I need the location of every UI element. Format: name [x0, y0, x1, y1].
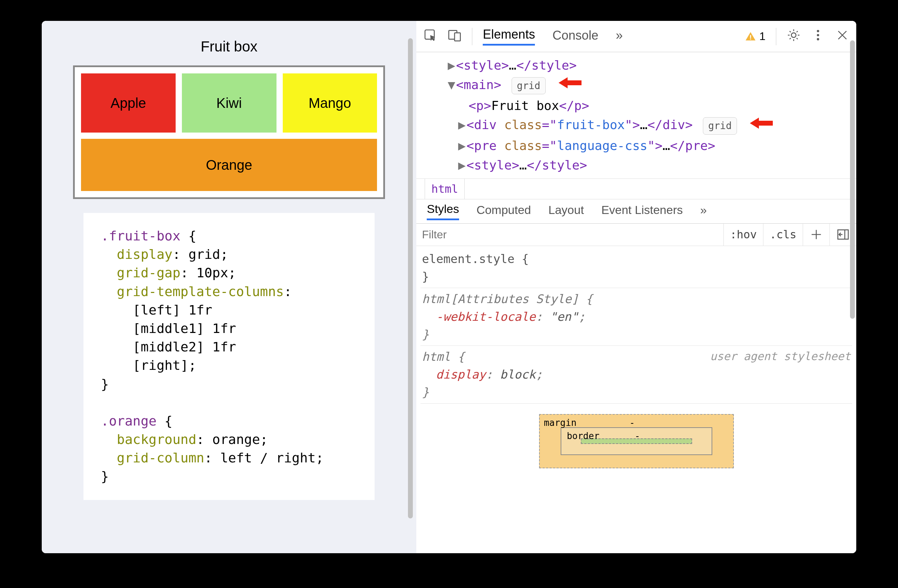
subtab-styles[interactable]: Styles [427, 202, 459, 220]
devtools-window: Fruit box Apple Kiwi Mango Orange .fruit… [42, 21, 856, 553]
styles-filter-row: :hov .cls [416, 224, 856, 246]
styles-pane[interactable]: element.style { } html[Attributes Style]… [416, 246, 856, 470]
page-title: Fruit box [73, 38, 385, 55]
cls-toggle[interactable]: .cls [763, 224, 803, 246]
svg-point-6 [817, 30, 820, 32]
styles-subtabs: Styles Computed Layout Event Listeners » [416, 199, 856, 224]
svg-point-5 [791, 33, 796, 37]
fruit-orange: Orange [81, 139, 377, 191]
annotation-arrow-icon [749, 115, 773, 136]
box-border-label: border [567, 429, 600, 443]
subtab-computed[interactable]: Computed [477, 203, 531, 220]
inspect-icon[interactable] [423, 28, 437, 45]
box-model[interactable]: margin - border - [539, 414, 734, 468]
fruit-apple: Apple [81, 74, 175, 132]
warning-badge[interactable]: 1 [745, 30, 766, 43]
svg-point-7 [817, 34, 820, 36]
tab-more[interactable]: » [616, 28, 623, 45]
annotation-arrow-icon [558, 75, 582, 96]
close-icon[interactable] [835, 28, 849, 45]
subtab-event[interactable]: Event Listeners [601, 203, 683, 220]
svg-rect-2 [455, 33, 460, 41]
css-code-sample: .fruit-box { display: grid; grid-gap: 10… [83, 213, 375, 500]
subtab-more[interactable]: » [700, 203, 707, 220]
devtools-panel: Elements Console » 1 ▶<style>…</ [416, 21, 856, 553]
grid-badge[interactable]: grid [703, 117, 737, 134]
fruit-mango: Mango [283, 74, 377, 132]
kebab-icon[interactable] [811, 28, 825, 45]
device-toggle-icon[interactable] [447, 28, 461, 45]
breadcrumb[interactable]: html [416, 179, 856, 199]
subtab-layout[interactable]: Layout [549, 203, 584, 220]
warning-count: 1 [759, 30, 766, 43]
svg-rect-4 [750, 38, 751, 39]
gear-icon[interactable] [787, 28, 801, 45]
dom-tree[interactable]: ▶<style>…</style> ▼<main> grid <p>Fruit … [416, 52, 856, 179]
page-preview: Fruit box Apple Kiwi Mango Orange .fruit… [42, 21, 416, 553]
fruit-kiwi: Kiwi [182, 74, 277, 132]
new-rule-button[interactable] [803, 224, 830, 246]
box-margin-label: margin [544, 416, 577, 430]
tab-console[interactable]: Console [552, 28, 598, 45]
devtools-toolbar: Elements Console » 1 [416, 21, 856, 52]
fruit-box-grid: Apple Kiwi Mango Orange [73, 65, 385, 199]
tab-elements[interactable]: Elements [483, 27, 535, 46]
svg-rect-3 [750, 35, 751, 38]
scrollbar[interactable] [850, 40, 855, 319]
style-rule[interactable]: html[Attributes Style] { -webkit-locale:… [420, 288, 852, 346]
scrollbar[interactable] [408, 38, 413, 519]
svg-point-8 [817, 38, 820, 40]
hov-toggle[interactable]: :hov [724, 224, 763, 246]
grid-badge[interactable]: grid [512, 77, 545, 94]
breadcrumb-item[interactable]: html [424, 179, 464, 199]
panel-tabs: Elements Console » [483, 27, 623, 46]
style-rule[interactable]: element.style { } [420, 248, 852, 288]
rule-source: user agent stylesheet [710, 348, 851, 365]
filter-input[interactable] [416, 224, 724, 246]
style-rule[interactable]: user agent stylesheet html { display: bl… [420, 346, 852, 403]
